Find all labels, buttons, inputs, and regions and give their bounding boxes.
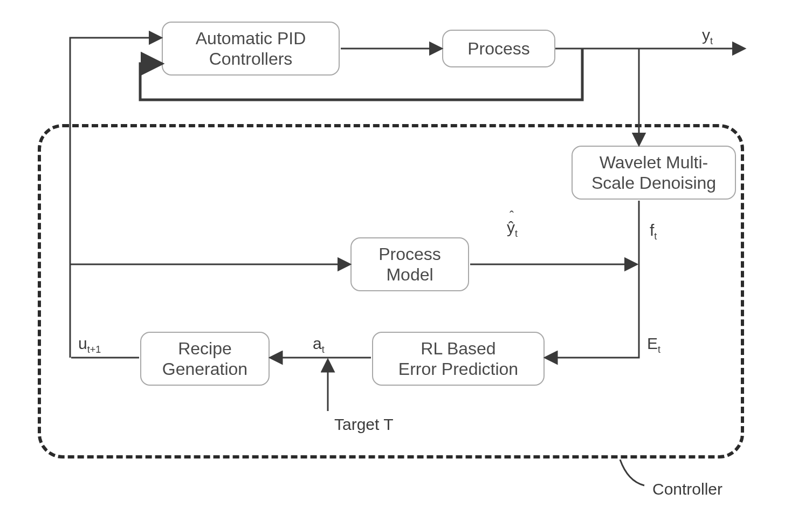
label-target-text: Target T <box>334 415 394 433</box>
box-recipe-label: RecipeGeneration <box>162 338 247 380</box>
box-process-label: Process <box>467 38 530 59</box>
diagram-stage: Automatic PIDControllers Process Wavelet… <box>0 0 812 527</box>
box-process-model: ProcessModel <box>350 237 469 291</box>
label-Et: Et <box>647 334 660 355</box>
box-pid: Automatic PIDControllers <box>162 22 340 76</box>
label-yt-sub: t <box>710 36 713 46</box>
label-at: at <box>313 334 325 355</box>
box-recipe: RecipeGeneration <box>140 332 270 386</box>
controller-pointer <box>620 460 644 485</box>
box-process-model-label: ProcessModel <box>379 244 441 285</box>
box-wavelet-label: Wavelet Multi-Scale Denoising <box>591 152 716 194</box>
label-at-sub: t <box>322 344 325 355</box>
box-rl-error-label: RL BasedError Prediction <box>398 338 518 380</box>
label-ut1-base: u <box>78 334 87 352</box>
box-process: Process <box>442 30 555 67</box>
label-controller: Controller <box>652 480 722 498</box>
label-Et-sub: t <box>658 344 660 355</box>
label-ft-sub: t <box>654 231 657 242</box>
hat-glyph: ˆ <box>510 208 514 223</box>
label-ft: ft <box>650 221 657 242</box>
box-rl-error: RL BasedError Prediction <box>372 332 545 386</box>
box-wavelet: Wavelet Multi-Scale Denoising <box>572 146 736 200</box>
hat-glyph-text: ˆ <box>510 208 514 223</box>
label-yt: yt <box>702 26 713 47</box>
box-pid-label: Automatic PIDControllers <box>196 28 306 70</box>
label-yt-base: y <box>702 26 710 44</box>
label-Et-base: E <box>647 334 658 352</box>
label-ut1-sub: t+1 <box>87 344 101 355</box>
label-controller-text: Controller <box>652 480 722 498</box>
label-ut1: ut+1 <box>78 334 101 355</box>
label-at-base: a <box>313 334 322 352</box>
label-yhat-sub: t <box>515 228 518 239</box>
label-target: Target T <box>334 415 394 434</box>
